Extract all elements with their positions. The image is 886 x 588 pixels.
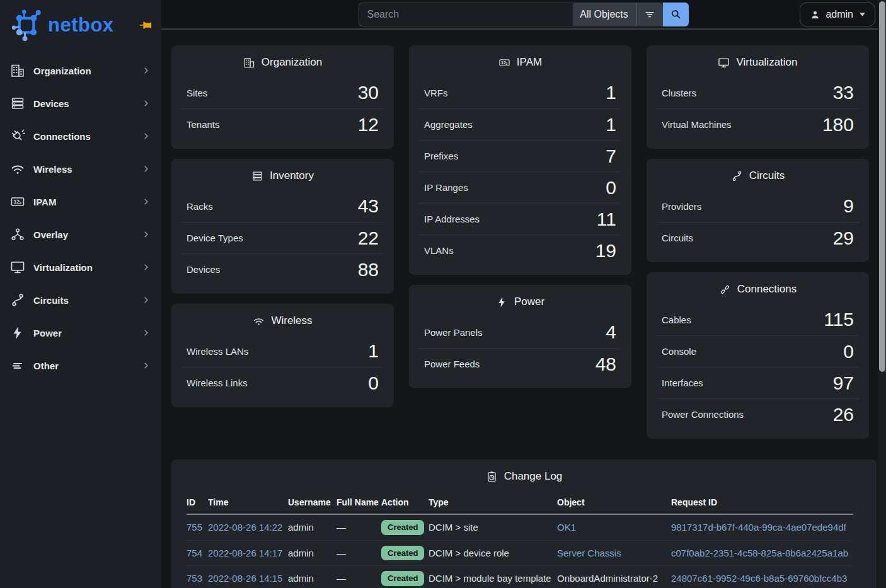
chevron-right-icon <box>141 328 151 338</box>
sidebar-item-organization[interactable]: Organization <box>0 54 161 87</box>
card-title: 12 3 IPAM <box>409 45 631 77</box>
action-badge: Created <box>381 520 424 535</box>
stat-value: 1 <box>606 83 616 102</box>
stat-label: Wireless Links <box>187 378 248 388</box>
stat-row-aggregates[interactable]: Aggregates 1 <box>419 108 621 140</box>
stat-row-prefixes[interactable]: Prefixes 7 <box>419 140 621 171</box>
stat-row-vlans[interactable]: VLANs 19 <box>419 234 621 266</box>
chevron-right-icon <box>141 164 151 174</box>
netbox-logo[interactable]: netbox <box>0 0 161 49</box>
search-scope-button[interactable]: All Objects <box>573 3 636 26</box>
card-body: Power Panels 4 Power Feeds 48 <box>409 316 631 388</box>
stat-row-power-feeds[interactable]: Power Feeds 48 <box>419 348 621 379</box>
stat-value: 26 <box>833 405 854 424</box>
sidebar-item-circuits[interactable]: Circuits <box>0 284 161 316</box>
stat-row-power-connections[interactable]: Power Connections 26 <box>657 398 859 430</box>
stat-label: Wireless LANs <box>187 346 248 357</box>
full-name-text: — <box>337 522 346 533</box>
card-title: Circuits <box>647 159 869 190</box>
stat-row-circuits[interactable]: Circuits 29 <box>657 222 859 253</box>
stat-value: 48 <box>595 355 616 374</box>
sidebar-item-power[interactable]: Power <box>0 316 161 349</box>
stat-row-clusters[interactable]: Clusters 33 <box>657 77 859 108</box>
clipboard-clock-icon <box>486 471 498 483</box>
stat-row-virtual-machines[interactable]: Virtual Machines 180 <box>657 108 859 140</box>
sidebar-item-virtualization[interactable]: Virtualization <box>0 251 161 284</box>
change-log-table: ID Time Username Full Name Action Type O… <box>187 493 853 588</box>
search-submit-button[interactable] <box>663 3 689 26</box>
stat-row-tenants[interactable]: Tenants 12 <box>181 108 384 140</box>
change-id-link[interactable]: 753 <box>187 573 202 584</box>
stat-value: 180 <box>822 115 854 134</box>
object-link[interactable]: OK1 <box>557 522 576 533</box>
stat-label: Prefixes <box>424 151 458 161</box>
svg-text:3: 3 <box>505 62 507 65</box>
chevron-right-icon <box>141 66 151 76</box>
action-badge: Created <box>381 571 424 586</box>
stat-row-wireless-links[interactable]: Wireless Links 0 <box>181 367 384 398</box>
scrollbar-track <box>878 0 886 588</box>
sidebar-item-wireless[interactable]: Wireless <box>0 153 161 185</box>
stat-row-ip-ranges[interactable]: IP Ranges 0 <box>419 171 621 203</box>
object-text: OnboardAdministrator-2 <box>557 573 658 584</box>
chevron-right-icon <box>141 197 151 207</box>
sidebar-item-devices[interactable]: Devices <box>0 87 161 120</box>
change-time-link[interactable]: 2022-08-26 14:15 <box>208 573 282 584</box>
server-stack-icon <box>251 170 263 182</box>
scrollbar-thumb[interactable] <box>879 1 885 372</box>
sidebar-item-label: Devices <box>33 98 69 109</box>
card-body: Cables 115 Console 0 Interfaces 97 Pow <box>647 304 869 439</box>
top-navbar: All Objects admin <box>161 0 886 30</box>
stat-row-sites[interactable]: Sites 30 <box>181 77 384 108</box>
sidebar-item-label: Connections <box>33 131 91 142</box>
stat-row-device-types[interactable]: Device Types 22 <box>181 222 384 253</box>
sidebar: netbox Organization <box>0 0 161 588</box>
object-link[interactable]: Server Chassis <box>557 548 621 558</box>
stat-value: 0 <box>843 342 854 361</box>
card-title-text: Inventory <box>270 170 314 182</box>
stat-row-interfaces[interactable]: Interfaces 97 <box>657 367 859 398</box>
stat-value: 33 <box>833 83 854 102</box>
sidebar-item-label: Organization <box>33 66 91 76</box>
change-id-link[interactable]: 754 <box>187 548 202 558</box>
sidebar-item-overlay[interactable]: Overlay <box>0 218 161 251</box>
card-title: Inventory <box>171 159 394 190</box>
stat-row-ip-addresses[interactable]: IP Addresses 11 <box>419 203 621 234</box>
pushpin-icon[interactable] <box>139 18 152 32</box>
change-time-link[interactable]: 2022-08-26 14:22 <box>208 522 282 533</box>
monitor-icon <box>10 260 25 275</box>
stat-row-racks[interactable]: Racks 43 <box>181 190 384 222</box>
stat-label: Providers <box>662 201 701 212</box>
sidebar-item-other[interactable]: Other <box>0 349 161 382</box>
stat-row-devices[interactable]: Devices 88 <box>181 253 384 285</box>
chevron-right-icon <box>141 131 151 141</box>
stat-row-cables[interactable]: Cables 115 <box>657 304 859 335</box>
request-id-link[interactable]: 9817317d-b67f-440a-99ca-4ae07ede94df <box>671 522 846 533</box>
user-name: admin <box>826 9 853 20</box>
change-log-title: Change Log <box>171 459 877 491</box>
stat-row-console[interactable]: Console 0 <box>657 335 859 367</box>
filter-button[interactable] <box>636 3 663 26</box>
stat-row-power-panels[interactable]: Power Panels 4 <box>419 316 621 348</box>
change-id-link[interactable]: 755 <box>187 522 202 533</box>
stat-row-wireless-lans[interactable]: Wireless LANs 1 <box>181 335 384 367</box>
stat-label: Interfaces <box>662 378 703 388</box>
request-id-link[interactable]: 24807c61-9952-49c6-b8a5-69760bfcc4b3 <box>671 573 847 584</box>
card-change-log: Change Log ID Time Username Full Name Ac… <box>171 459 877 588</box>
stat-row-vrfs[interactable]: VRFs 1 <box>419 77 621 108</box>
chevron-right-icon <box>141 295 151 305</box>
change-time-link[interactable]: 2022-08-26 14:17 <box>208 548 282 558</box>
chevron-right-icon <box>141 360 151 371</box>
sidebar-item-ipam[interactable]: 12 3 IPAM <box>0 185 161 218</box>
table-header-row: ID Time Username Full Name Action Type O… <box>187 493 853 514</box>
stat-row-providers[interactable]: Providers 9 <box>657 190 859 222</box>
request-id-link[interactable]: c07f0ab2-2351-4c58-825a-8b6a2425a1ab <box>671 548 848 558</box>
card-body: Wireless LANs 1 Wireless Links 0 <box>171 335 394 407</box>
column-header-username: Username <box>288 493 337 514</box>
search-input[interactable] <box>359 3 573 26</box>
sidebar-item-connections[interactable]: Connections <box>0 120 161 153</box>
stat-label: Circuits <box>662 233 693 243</box>
user-menu-button[interactable]: admin <box>800 3 875 26</box>
type-text: DCIM > device role <box>429 548 509 558</box>
card-body: Providers 9 Circuits 29 <box>647 190 869 262</box>
